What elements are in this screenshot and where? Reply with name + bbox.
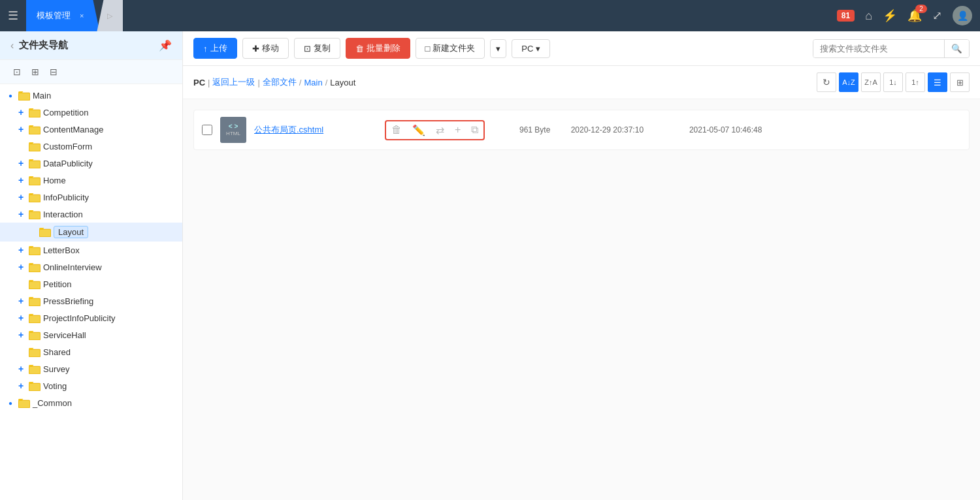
sidebar-tree: ● Main+ Competition+ ContentManage Custo… bbox=[0, 84, 182, 500]
expand-icon-shared[interactable] bbox=[16, 347, 26, 357]
svg-rect-3 bbox=[29, 110, 40, 117]
expand-icon-interaction[interactable]: + bbox=[16, 209, 26, 219]
sidebar-item-common[interactable]: ● _Common bbox=[0, 394, 182, 411]
tab-inactive[interactable]: ▷ bbox=[97, 0, 123, 31]
breadcrumb-back[interactable]: 返回上一级 bbox=[212, 76, 255, 88]
batch-delete-button[interactable]: 🗑 批量删除 bbox=[346, 38, 410, 59]
grid-view-button[interactable]: ⊞ bbox=[950, 72, 970, 92]
upload-button[interactable]: ↑ 上传 bbox=[193, 38, 237, 59]
tab-template-manage[interactable]: 模板管理 × bbox=[26, 0, 99, 31]
expand-icon-projectinfopublicity[interactable]: + bbox=[16, 313, 26, 323]
sidebar-item-home[interactable]: + Home bbox=[0, 172, 182, 189]
search-button[interactable]: 🔍 bbox=[944, 40, 969, 57]
expand-icon[interactable]: ⤢ bbox=[932, 8, 942, 23]
sidebar-label-infopublicity: InfoPublicity bbox=[43, 193, 89, 202]
expand-icon-servicehall[interactable]: + bbox=[16, 330, 26, 340]
file-checkbox[interactable] bbox=[202, 125, 212, 135]
file-copy-icon[interactable]: ⧉ bbox=[471, 124, 478, 136]
file-name[interactable]: 公共布局页.cshtml bbox=[254, 124, 372, 136]
sidebar-tool-3[interactable]: ⊟ bbox=[47, 65, 60, 78]
sidebar-label-letterbox: LetterBox bbox=[43, 245, 80, 255]
expand-icon-letterbox[interactable]: + bbox=[16, 245, 26, 255]
sidebar-item-petition[interactable]: Petition bbox=[0, 275, 182, 292]
folder-icon-common bbox=[18, 398, 30, 408]
refresh-button[interactable]: ↻ bbox=[817, 72, 836, 92]
breadcrumb-all-files[interactable]: 全部文件 bbox=[263, 76, 297, 88]
sidebar-item-survey[interactable]: + Survey bbox=[0, 360, 182, 377]
expand-icon-pressbriefing[interactable]: + bbox=[16, 296, 26, 306]
new-folder-button[interactable]: □ 新建文件夹 bbox=[416, 38, 485, 59]
sidebar-item-datapublicity[interactable]: + DataPublicity bbox=[0, 155, 182, 172]
folder-icon-interaction bbox=[29, 210, 41, 219]
file-add-icon[interactable]: + bbox=[455, 124, 461, 136]
breadcrumb: PC | 返回上一级 | 全部文件 / Main / Layout bbox=[193, 76, 355, 88]
expand-icon-infopublicity[interactable]: + bbox=[16, 192, 26, 202]
notification-btn[interactable]: 🔔 2 bbox=[907, 8, 922, 23]
badge-counter[interactable]: 81 bbox=[837, 10, 855, 22]
search-input[interactable] bbox=[813, 40, 944, 57]
sidebar-item-shared[interactable]: Shared bbox=[0, 343, 182, 360]
lightning-icon[interactable]: ⚡ bbox=[883, 8, 897, 23]
file-edit-icon[interactable]: ✏️ bbox=[412, 124, 425, 136]
folder-icon-home bbox=[29, 176, 41, 185]
svg-rect-23 bbox=[29, 282, 40, 289]
list-view-button[interactable]: ☰ bbox=[928, 72, 947, 92]
expand-icon-onlineinterview[interactable]: + bbox=[16, 262, 26, 272]
pin-icon[interactable]: 📌 bbox=[159, 39, 172, 52]
pc-button[interactable]: PC ▾ bbox=[512, 39, 550, 58]
expand-icon-datapublicity[interactable]: + bbox=[16, 158, 26, 168]
svg-rect-21 bbox=[29, 265, 40, 272]
breadcrumb-slash2: / bbox=[325, 78, 328, 87]
sort-az-button[interactable]: A↓Z bbox=[839, 72, 858, 92]
sidebar-back-btn[interactable]: ‹ bbox=[10, 40, 14, 52]
sidebar-item-letterbox[interactable]: + LetterBox bbox=[0, 242, 182, 258]
folder-icon-layout bbox=[39, 227, 51, 237]
more-button[interactable]: ▾ bbox=[490, 39, 506, 58]
sidebar-item-layout[interactable]: Layout bbox=[0, 223, 182, 242]
sidebar-item-customform[interactable]: CustomForm bbox=[0, 138, 182, 155]
expand-icon-common[interactable]: ● bbox=[5, 398, 16, 408]
expand-icon-customform[interactable] bbox=[16, 141, 26, 151]
sidebar-item-pressbriefing[interactable]: + PressBriefing bbox=[0, 292, 182, 309]
svg-rect-1 bbox=[19, 93, 29, 100]
avatar[interactable]: 👤 bbox=[953, 6, 972, 25]
sidebar-item-competition[interactable]: + Competition bbox=[0, 104, 182, 121]
expand-icon-layout[interactable] bbox=[26, 227, 37, 238]
breadcrumb-main[interactable]: Main bbox=[304, 78, 322, 87]
home-icon[interactable]: ⌂ bbox=[865, 9, 872, 23]
sidebar-label-onlineinterview: OnlineInterview bbox=[43, 262, 102, 272]
toolbar: ↑ 上传 ✚ 移动 ⊡ 复制 🗑 批量删除 □ 新建文件夹 ▾ PC bbox=[183, 31, 980, 66]
sidebar-item-contentmanage[interactable]: + ContentManage bbox=[0, 121, 182, 138]
tab-close-btn[interactable]: × bbox=[80, 12, 84, 20]
sidebar-item-projectinfopublicity[interactable]: + ProjectInfoPublicity bbox=[0, 309, 182, 326]
sort-num-asc-button[interactable]: 1↓ bbox=[883, 72, 903, 92]
sidebar-item-infopublicity[interactable]: + InfoPublicity bbox=[0, 189, 182, 206]
sidebar-item-onlineinterview[interactable]: + OnlineInterview bbox=[0, 258, 182, 275]
expand-icon-main[interactable]: ● bbox=[5, 90, 16, 101]
file-move-icon[interactable]: ⇄ bbox=[436, 124, 444, 136]
sidebar-title: 文件夹导航 bbox=[19, 39, 68, 52]
sidebar-tool-2[interactable]: ⊞ bbox=[29, 65, 42, 78]
expand-icon-home[interactable]: + bbox=[16, 175, 26, 185]
sidebar-item-voting[interactable]: + Voting bbox=[0, 377, 182, 394]
folder-icon: □ bbox=[425, 44, 431, 54]
sort-num-desc-button[interactable]: 1↑ bbox=[906, 72, 925, 92]
move-button[interactable]: ✚ 移动 bbox=[242, 38, 289, 59]
toolbar-search-area: 🔍 bbox=[813, 39, 970, 58]
expand-icon-petition[interactable] bbox=[16, 279, 26, 289]
file-delete-icon[interactable]: 🗑 bbox=[391, 124, 402, 136]
sort-za-button[interactable]: Z↑A bbox=[861, 72, 881, 92]
expand-icon-survey[interactable]: + bbox=[16, 364, 26, 374]
sidebar-item-servicehall[interactable]: + ServiceHall bbox=[0, 326, 182, 343]
copy-button[interactable]: ⊡ 复制 bbox=[294, 38, 340, 59]
sidebar-item-main[interactable]: ● Main bbox=[0, 87, 182, 104]
sidebar-tool-1[interactable]: ⊡ bbox=[10, 65, 24, 78]
sidebar-item-interaction[interactable]: + Interaction bbox=[0, 206, 182, 223]
hamburger-icon[interactable]: ☰ bbox=[8, 8, 18, 23]
notification-badge: 2 bbox=[915, 5, 927, 13]
sidebar-label-voting: Voting bbox=[43, 381, 67, 391]
expand-icon-competition[interactable]: + bbox=[16, 107, 26, 117]
expand-icon-voting[interactable]: + bbox=[16, 381, 26, 391]
expand-icon-contentmanage[interactable]: + bbox=[16, 124, 26, 134]
folder-icon-servicehall bbox=[29, 330, 41, 340]
